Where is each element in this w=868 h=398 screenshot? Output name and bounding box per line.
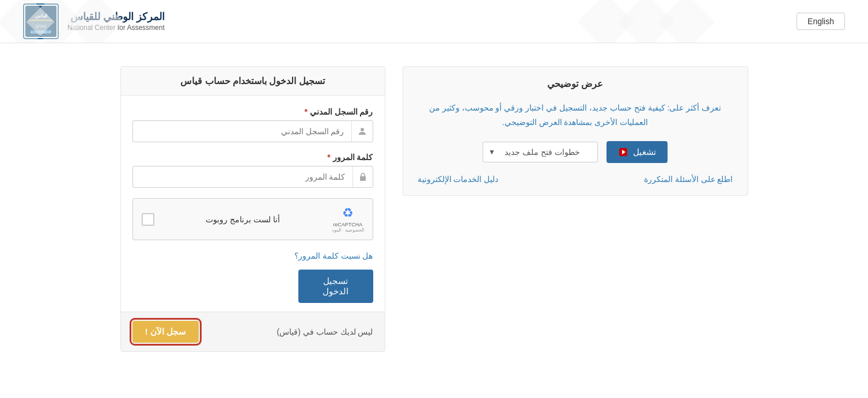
forgot-password-section: هل نسيت كلمة المرور؟: [132, 251, 373, 261]
header: English المركز الوطني للقياس National Ce…: [0, 0, 868, 43]
demo-description-link[interactable]: تعرف أكثر على: كيفية فتح حساب جديد، التس…: [429, 103, 721, 127]
id-form-group: رقم السجل المدني *: [132, 107, 373, 142]
shape-r2: [658, 0, 715, 43]
svg-rect-8: [360, 176, 366, 181]
password-input-wrapper: [132, 166, 373, 188]
demo-dropdown[interactable]: خطوات فتح ملف جديد خطوات التسجيل في اختب…: [483, 142, 598, 162]
play-button[interactable]: تشغيل: [607, 141, 668, 163]
main-content: عرض توضيحي تعرف أكثر على: كيفية فتح حساب…: [0, 49, 868, 369]
demo-description: تعرف أكثر على: كيفية فتح حساب جديد، التس…: [418, 101, 733, 130]
id-required-mark: *: [304, 107, 307, 116]
dropdown-wrapper: خطوات فتح ملف جديد خطوات التسجيل في اختب…: [483, 142, 598, 162]
demo-panel-title: عرض توضيحي: [418, 78, 733, 89]
recaptcha-icon: ♻: [342, 206, 354, 221]
password-label: كلمة المرور *: [132, 153, 373, 162]
login-submit-button[interactable]: تسجيل الدخول: [298, 270, 373, 303]
password-required-mark: *: [327, 153, 330, 162]
svg-text:قياس: قياس: [35, 13, 48, 19]
login-btn-container: تسجيل الدخول: [132, 270, 373, 303]
no-account-text: ليس لديك حساب في (قياس): [277, 327, 373, 336]
forgot-password-link[interactable]: هل نسيت كلمة المرور؟: [294, 251, 373, 260]
svg-rect-2: [29, 20, 52, 21]
qiyas-logo-icon: قياس QIYAS ASSESSMENT: [23, 3, 59, 39]
id-label: رقم السجل المدني *: [132, 107, 373, 116]
register-section: ليس لديك حساب في (قياس) سجل الآن !: [121, 312, 385, 351]
logo-arabic-name: المركز الوطني للقياس: [67, 10, 165, 24]
login-panel: تسجيل الدخول باستخدام حساب قياس رقم السج…: [120, 66, 385, 352]
demo-controls-row: تشغيل خطوات فتح ملف جديد خطوات التسجيل ف…: [418, 141, 733, 163]
shape-r3: [578, 0, 635, 43]
lock-icon: [352, 166, 373, 187]
demo-panel: عرض توضيحي تعرف أكثر على: كيفية فتح حساب…: [403, 66, 748, 196]
password-input[interactable]: [133, 167, 352, 187]
links-row: اطلع على الأسئلة المتكررة دليل الخدمات ا…: [418, 175, 733, 184]
login-panel-header: تسجيل الدخول باستخدام حساب قياس: [121, 67, 385, 96]
recaptcha-logo: ♻ reCAPTCHA الخصوصية · البنود: [332, 206, 364, 233]
user-icon: [351, 121, 373, 142]
shape-r1: [618, 0, 675, 43]
id-input[interactable]: [133, 122, 351, 141]
password-form-group: كلمة المرور *: [132, 153, 373, 188]
play-button-label: تشغيل: [633, 147, 656, 157]
id-input-wrapper: [132, 120, 373, 142]
login-body: رقم السجل المدني * كلمة المرور *: [121, 96, 385, 303]
logo-english-name: National Center for Assessment: [67, 24, 165, 33]
play-icon: [618, 147, 628, 157]
faq-link[interactable]: اطلع على الأسئلة المتكررة: [644, 175, 733, 184]
english-language-button[interactable]: English: [797, 13, 845, 30]
captcha-box: ♻ reCAPTCHA الخصوصية · البنود أنا لست بر…: [132, 198, 373, 240]
captcha-label: أنا لست برنامج روبوت: [206, 215, 280, 224]
register-now-button[interactable]: سجل الآن !: [132, 321, 199, 343]
logo-area: المركز الوطني للقياس National Center for…: [23, 3, 165, 39]
recaptcha-brand: reCAPTCHA: [333, 222, 362, 228]
svg-text:ASSESSMENT: ASSESSMENT: [31, 31, 52, 34]
logo-text: المركز الوطني للقياس National Center for…: [67, 10, 165, 33]
svg-text:QIYAS: QIYAS: [36, 24, 47, 29]
recaptcha-sub: الخصوصية · البنود: [332, 228, 364, 233]
guide-link[interactable]: دليل الخدمات الإلكترونية: [418, 175, 499, 184]
captcha-checkbox[interactable]: [142, 213, 154, 226]
